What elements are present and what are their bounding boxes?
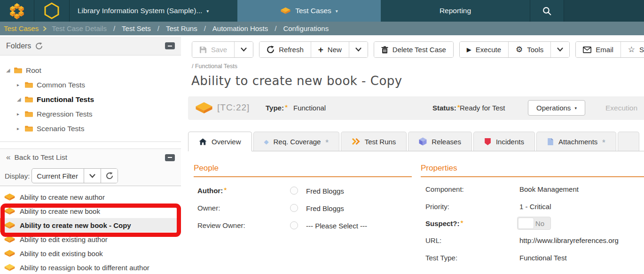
tab-attachments[interactable]: Attachments * — [536, 132, 616, 151]
breadcrumb-separator: / — [157, 24, 159, 32]
product-switcher[interactable] — [34, 0, 70, 22]
trash-icon — [381, 46, 388, 54]
priority-value[interactable]: 1 - Critical — [519, 203, 551, 211]
save-button[interactable]: Save — [192, 42, 235, 57]
tab-overview[interactable]: Overview — [188, 132, 252, 151]
suspect-label: Suspect?:★ — [425, 219, 464, 227]
tools-button[interactable]: ⚙ Tools — [509, 42, 551, 57]
search-button[interactable] — [530, 0, 564, 22]
incident-shield-icon — [484, 138, 491, 146]
suspect-toggle[interactable]: No — [517, 217, 551, 230]
test-case-name: Ability to edit existing book — [20, 250, 103, 258]
folder-icon — [24, 125, 33, 132]
collapsed-arrow-icon[interactable]: ▸ — [17, 126, 24, 131]
folder-path[interactable]: / Functional Tests — [192, 63, 237, 70]
type-value[interactable]: Functional — [293, 104, 326, 112]
tab-label: Releases — [432, 138, 461, 146]
folder-root[interactable]: ◢ Root — [0, 63, 181, 78]
list-item-test-case[interactable]: Ability to edit existing author — [0, 232, 181, 246]
status-value: Ready for Test — [460, 104, 505, 112]
collapsed-arrow-icon[interactable]: ▸ — [17, 111, 24, 117]
author-value[interactable]: Fred Bloggs — [306, 187, 344, 195]
list-item-test-case[interactable]: Ability to edit existing book — [0, 246, 181, 260]
asterisk-icon: * — [602, 139, 605, 147]
folder-functional-tests[interactable]: ◢ Functional Tests — [0, 92, 181, 107]
component-value[interactable]: Book Management — [519, 185, 579, 193]
breadcrumb-configurations[interactable]: Configurations — [283, 24, 329, 32]
test-case-name: Ability to create new author — [20, 193, 105, 201]
required-star-icon: ★ — [284, 104, 288, 109]
url-label: URL: — [425, 236, 441, 244]
delete-test-case-button[interactable]: Delete Test Case — [374, 42, 453, 57]
spira-logo-icon[interactable] — [0, 0, 34, 22]
breadcrumb-test-cases[interactable]: Test Cases — [4, 24, 39, 32]
folder-label: Regression Tests — [37, 110, 93, 118]
folder-label: Common Tests — [37, 81, 85, 89]
component-label: Component: — [425, 185, 464, 193]
folder-scenario-tests[interactable]: ▸ Scenario Tests — [0, 121, 181, 136]
back-to-test-list-link[interactable]: Back to Test List — [14, 153, 67, 162]
breadcrumb-automation-hosts[interactable]: Automation Hosts — [212, 24, 268, 32]
list-item-test-case[interactable]: Ability to create new author — [0, 190, 181, 204]
owner-avatar-circle — [290, 204, 298, 212]
project-selector[interactable]: Library Information System (Sample)... ▾ — [70, 0, 237, 22]
test-case-box-icon — [195, 102, 213, 117]
list-item-test-case[interactable]: Ability to create new book — [0, 204, 181, 218]
operations-label: Operations — [536, 104, 571, 112]
refresh-folders-icon[interactable] — [35, 42, 43, 50]
gear-icon: ⚙ — [516, 45, 523, 55]
minimize-test-list-button[interactable] — [165, 154, 175, 161]
collapsed-arrow-icon[interactable]: ▸ — [17, 82, 24, 87]
filter-refresh-button[interactable] — [101, 169, 118, 183]
tab-req-coverage[interactable]: ◆ Req. Coverage * — [253, 132, 339, 151]
tab-releases[interactable]: Releases — [408, 132, 472, 151]
expanded-arrow-icon[interactable]: ◢ — [6, 67, 13, 73]
folders-panel-header: Folders — [0, 37, 181, 55]
owner-value[interactable]: Fred Bloggs — [306, 204, 344, 212]
release-cube-icon — [419, 137, 427, 146]
tools-dropdown-button[interactable] — [551, 42, 569, 57]
subscribe-button[interactable]: ☆ Subscribe — [621, 42, 644, 57]
save-dropdown-button[interactable] — [235, 42, 253, 57]
chevron-down-icon — [241, 47, 247, 52]
breadcrumb-test-runs[interactable]: Test Runs — [166, 24, 197, 32]
caret-down-icon: ▾ — [336, 8, 338, 14]
tab-incidents[interactable]: Incidents — [473, 132, 535, 151]
test-case-box-icon — [4, 264, 16, 272]
test-case-box-icon — [4, 193, 16, 201]
project-name: Library Information System (Sample)... — [78, 7, 202, 15]
filter-chevron-button[interactable] — [84, 169, 101, 183]
filter-select[interactable]: Current Filter — [32, 169, 84, 183]
minimize-folders-button[interactable] — [165, 42, 175, 49]
new-dropdown-button[interactable] — [349, 42, 368, 57]
expanded-arrow-icon[interactable]: ◢ — [17, 96, 24, 102]
breadcrumb-test-sets[interactable]: Test Sets — [122, 24, 151, 32]
test-case-name: Ability to edit existing author — [20, 235, 108, 243]
email-label: Email — [596, 46, 613, 54]
email-button[interactable]: Email — [576, 42, 621, 57]
plus-icon: + — [318, 45, 323, 54]
delete-group: Delete Test Case — [374, 41, 454, 58]
folder-regression-tests[interactable]: ▸ Regression Tests — [0, 107, 181, 121]
chevron-down-icon — [355, 47, 361, 52]
nav-tab-reporting[interactable]: Reporting — [381, 0, 530, 22]
tab-overflow-sliver[interactable] — [618, 132, 639, 151]
list-item-test-case-selected[interactable]: Ability to create new book - Copy — [0, 218, 181, 232]
folder-label: Root — [26, 66, 41, 75]
folder-common-tests[interactable]: ▸ Common Tests — [0, 78, 181, 92]
type-label: Type:★ — [266, 104, 288, 112]
tab-test-runs[interactable]: Test Runs — [341, 132, 407, 151]
url-value[interactable]: http://www.libraryreferences.org — [519, 236, 619, 244]
test-type-value[interactable]: Functional Test — [519, 254, 567, 262]
operations-button[interactable]: Operations ▾ — [528, 100, 585, 116]
new-button[interactable]: + New — [311, 42, 349, 57]
test-case-info-bar: [TC:22] Type:★ Functional Status:★ Ready… — [188, 96, 644, 120]
folder-label: Functional Tests — [37, 95, 94, 104]
sidebar: Folders ◢ Root ▸ Common Tests — [0, 35, 181, 274]
nav-tab-test-cases[interactable]: Test Cases ▾ — [237, 0, 381, 22]
test-case-id: [TC:22] — [217, 102, 250, 113]
refresh-button[interactable]: Refresh — [259, 42, 311, 57]
execute-button[interactable]: ▶ Execute — [460, 42, 509, 57]
review-owner-value[interactable]: --- Please Select --- — [306, 222, 367, 230]
list-item-test-case[interactable]: Ability to reassign book to different au… — [0, 260, 181, 274]
